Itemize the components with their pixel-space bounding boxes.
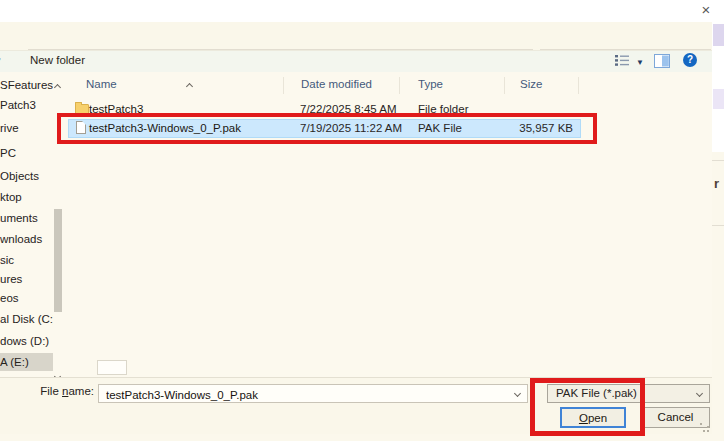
sidebar-item[interactable]: ktop <box>0 188 53 206</box>
column-header-date[interactable]: Date modified <box>301 78 372 90</box>
sidebar-item-label: sic <box>0 254 14 266</box>
sidebar-item[interactable]: Objects <box>0 167 53 185</box>
column-header-size[interactable]: Size <box>520 78 542 90</box>
background-window-strip: r <box>712 0 724 441</box>
background-highlight-block <box>713 89 724 109</box>
sidebar-item-label: Objects <box>0 170 39 182</box>
column-divider[interactable] <box>283 77 284 94</box>
preview-pane-button[interactable] <box>654 54 670 68</box>
sidebar-item-label: ktop <box>0 191 22 203</box>
background-highlight-block <box>713 24 724 46</box>
sidebar-item-label: A (E:) <box>0 356 29 368</box>
sidebar-item-label: dows (D:) <box>0 335 49 347</box>
ui-artifact-box <box>97 360 127 375</box>
sidebar-item[interactable]: PC <box>0 144 53 162</box>
sidebar-item[interactable]: ures <box>0 270 53 288</box>
navigation-sidebar: SFeaturesTer Patch3 rive PC Objects ktop… <box>0 72 63 377</box>
chevron-down-icon: ▼ <box>636 58 644 67</box>
sidebar-item-selected[interactable]: A (E:) <box>0 353 53 371</box>
annotation-box-selected-file <box>57 113 597 144</box>
background-divider <box>712 225 724 226</box>
column-header-type[interactable]: Type <box>418 78 443 90</box>
command-toolbar: ▾ New folder ▼ ? <box>0 50 712 73</box>
close-icon[interactable]: × <box>697 0 715 20</box>
sidebar-item[interactable]: dows (D:) <box>0 332 53 350</box>
sidebar-item-label: uments <box>0 212 38 224</box>
sidebar-item-label: rive <box>0 122 19 134</box>
chevron-down-icon <box>696 390 703 397</box>
help-button[interactable]: ? <box>683 53 697 67</box>
column-header-name[interactable]: Name <box>86 78 117 90</box>
sidebar-item[interactable]: Patch3 <box>0 96 53 114</box>
sidebar-item[interactable]: eos <box>0 289 53 307</box>
change-view-button[interactable]: ▼ <box>615 54 645 70</box>
sidebar-item-label: wnloads <box>0 233 42 245</box>
preview-pane-icon <box>654 54 670 68</box>
sidebar-item-label: Patch3 <box>0 99 36 111</box>
sidebar-item-label: ures <box>0 273 22 285</box>
background-stray-text: r <box>714 176 719 191</box>
file-name-input[interactable] <box>104 386 508 403</box>
new-folder-button[interactable]: New folder <box>30 54 85 66</box>
background-divider <box>712 160 724 161</box>
sidebar-item[interactable]: sic <box>0 251 53 269</box>
details-view-icon <box>615 54 629 67</box>
column-divider[interactable] <box>399 77 400 94</box>
sidebar-item[interactable]: wnloads <box>0 230 53 248</box>
open-file-dialog: × › ↑ : Project With Patch ↻ <box>0 0 712 434</box>
screen: r × › ↑ : Project With Patch <box>0 0 724 441</box>
column-divider[interactable] <box>504 77 505 94</box>
background-white-area <box>712 0 724 152</box>
sidebar-item[interactable]: SFeaturesTer <box>0 76 53 94</box>
sort-ascending-icon <box>187 79 192 91</box>
sidebar-item-label: PC <box>0 147 16 159</box>
annotation-box-open-button <box>530 378 645 436</box>
organize-menu-partial-icon[interactable]: ▾ <box>0 55 1 65</box>
file-name-combobox[interactable] <box>98 384 528 403</box>
file-name-label: File name: <box>36 385 94 397</box>
sidebar-item-label: al Disk (C:) <box>0 313 53 325</box>
sidebar-item[interactable]: al Disk (C:) <box>0 310 53 328</box>
sidebar-item[interactable]: uments <box>0 209 53 227</box>
resize-grip[interactable] <box>700 423 710 433</box>
sidebar-item-label: SFeaturesTer <box>0 79 53 91</box>
chevron-down-icon[interactable] <box>514 390 521 397</box>
sidebar-item[interactable]: rive <box>0 119 53 137</box>
sidebar-item-label: eos <box>0 292 19 304</box>
title-bar: × <box>0 0 712 22</box>
navigation-bar: › ↑ : Project With Patch ↻ <box>0 22 712 50</box>
scrollbar-thumb[interactable] <box>54 209 62 312</box>
column-divider[interactable] <box>578 77 579 94</box>
